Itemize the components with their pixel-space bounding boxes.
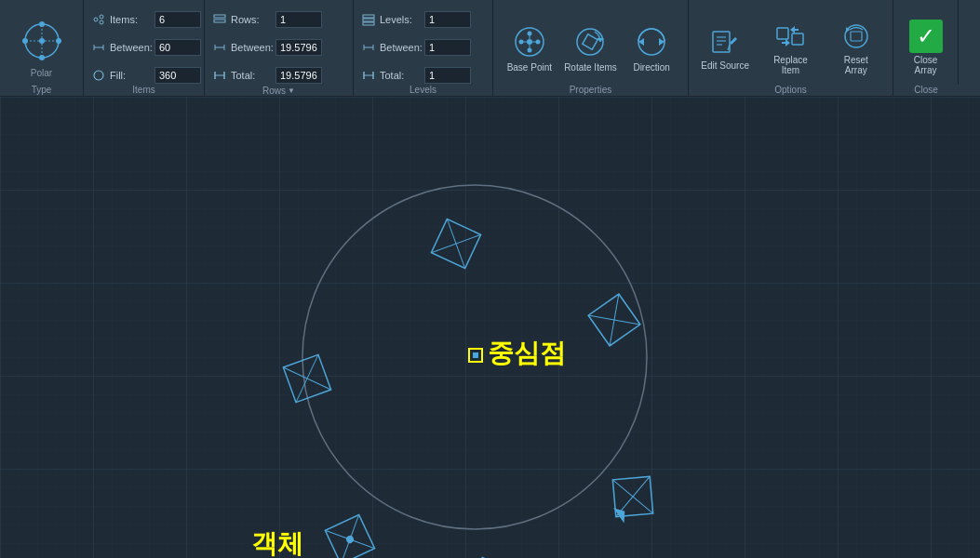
- polar-icon[interactable]: [19, 18, 65, 64]
- rows-total-input[interactable]: [275, 67, 322, 84]
- levels-input[interactable]: [424, 11, 471, 28]
- rows-icon: [212, 12, 227, 27]
- rows-between-row: Between:: [212, 39, 345, 56]
- close-header: Close: [893, 85, 959, 96]
- levels-total-row: Total:: [361, 67, 485, 84]
- items-between-input[interactable]: [154, 39, 201, 56]
- rows-between-label: Between:: [231, 42, 275, 53]
- rows-total-row: Total:: [212, 67, 345, 84]
- svg-rect-54: [777, 28, 788, 39]
- svg-point-10: [94, 18, 98, 21]
- items-label: Items:: [110, 14, 154, 25]
- levels-total-label: Total:: [380, 70, 424, 81]
- svg-point-4: [39, 55, 45, 60]
- svg-point-5: [22, 38, 28, 44]
- properties-section: Base Point Rotate Items: [493, 0, 689, 95]
- canvas-svg: 중심점 객체: [0, 97, 980, 558]
- items-input[interactable]: [154, 11, 201, 28]
- options-section: Edit Source Replace Item: [689, 0, 893, 95]
- rows-dropdown-arrow: ▼: [288, 86, 295, 95]
- type-header: Type: [0, 85, 84, 96]
- base-point-button[interactable]: Base Point: [502, 23, 557, 73]
- replace-item-button[interactable]: Replace Item: [766, 20, 814, 75]
- replace-item-icon: [773, 20, 807, 53]
- svg-rect-16: [214, 15, 225, 18]
- levels-between-input[interactable]: [424, 39, 471, 56]
- items-fill-label: Fill:: [110, 70, 154, 81]
- close-section: ✓ Close Array: [893, 0, 959, 95]
- items-between-row: Between:: [91, 39, 196, 56]
- items-between-label: Between:: [110, 42, 154, 53]
- canvas-area[interactable]: 중심점 객체: [0, 97, 980, 558]
- options-header: Options: [689, 85, 893, 96]
- svg-point-37: [518, 39, 523, 44]
- rows-header: Rows ▼: [205, 85, 354, 96]
- svg-rect-24: [363, 15, 374, 18]
- svg-point-34: [527, 31, 531, 35]
- svg-point-1: [39, 38, 45, 44]
- rows-total-label: Total:: [231, 70, 275, 81]
- rotate-items-label: Rotate Items: [564, 62, 617, 73]
- svg-point-2: [39, 21, 45, 27]
- items-icon: [91, 12, 106, 27]
- checkmark-icon: ✓: [909, 20, 943, 53]
- base-point-icon: [511, 23, 548, 60]
- replace-item-label: Replace Item: [766, 55, 814, 75]
- svg-rect-83: [473, 352, 478, 358]
- items-section: Items: Between: Fill:: [84, 0, 205, 95]
- rows-field-row: Rows:: [212, 11, 345, 28]
- svg-rect-44: [583, 33, 597, 48]
- svg-point-35: [535, 39, 540, 44]
- object-label: 객체: [251, 529, 303, 558]
- toolbar: Polar Items: Between: Fill:: [0, 0, 980, 96]
- levels-between-icon: [361, 40, 376, 55]
- type-section: Polar: [0, 0, 84, 95]
- direction-button[interactable]: Direction: [624, 23, 679, 73]
- levels-between-row: Between:: [361, 39, 485, 56]
- direction-icon: [633, 23, 670, 60]
- close-label-2: Array: [915, 65, 937, 75]
- edit-source-icon: [708, 25, 742, 59]
- section-headers: Type Items Rows ▼ Levels Properties Opti…: [0, 85, 980, 97]
- rows-section: Rows: Between: Total:: [205, 0, 354, 95]
- levels-section: Levels: Between: Total:: [354, 0, 493, 95]
- levels-between-label: Between:: [380, 42, 424, 53]
- svg-rect-17: [214, 20, 225, 22]
- svg-point-11: [100, 15, 103, 19]
- levels-total-icon: [361, 68, 376, 83]
- rows-between-input[interactable]: [275, 39, 322, 56]
- svg-rect-60: [0, 97, 980, 558]
- reset-array-icon: [839, 20, 873, 53]
- items-fill-input[interactable]: [154, 67, 201, 84]
- svg-point-56: [845, 25, 867, 47]
- items-header: Items: [84, 85, 205, 96]
- levels-total-input[interactable]: [424, 67, 471, 84]
- svg-point-12: [100, 20, 103, 24]
- items-field-row: Items:: [91, 11, 196, 28]
- rows-between-icon: [212, 40, 227, 55]
- svg-rect-58: [851, 32, 862, 41]
- rows-input[interactable]: [275, 11, 322, 28]
- svg-rect-55: [792, 33, 803, 45]
- rows-label: Rows:: [231, 14, 275, 25]
- svg-point-3: [56, 38, 61, 44]
- svg-rect-49: [713, 32, 730, 52]
- reset-array-button[interactable]: Reset Array: [832, 20, 880, 75]
- svg-point-36: [527, 47, 531, 52]
- levels-icon: [361, 12, 376, 27]
- reset-array-label: Reset Array: [832, 55, 880, 75]
- levels-label: Levels:: [380, 14, 424, 25]
- edit-source-label: Edit Source: [701, 60, 749, 71]
- svg-point-43: [577, 29, 603, 55]
- close-label-1: Close: [914, 55, 938, 65]
- items-fill-icon: [91, 68, 106, 83]
- svg-rect-25: [363, 19, 374, 21]
- properties-header: Properties: [493, 85, 689, 96]
- edit-source-button[interactable]: Edit Source: [701, 25, 749, 71]
- close-array-button[interactable]: ✓ Close Array: [909, 20, 943, 75]
- base-point-label: Base Point: [507, 62, 552, 73]
- rotate-items-button[interactable]: Rotate Items: [562, 23, 618, 73]
- levels-field-row: Levels:: [361, 11, 485, 28]
- center-label: 중심점: [488, 339, 566, 367]
- svg-rect-26: [363, 22, 374, 25]
